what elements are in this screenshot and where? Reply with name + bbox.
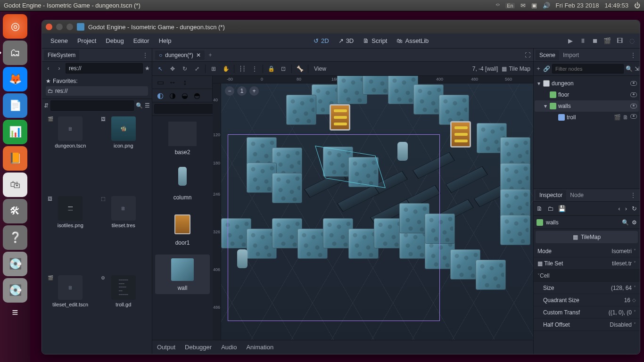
launcher-dash[interactable]: ◎ [3,14,27,39]
tile-item[interactable]: column [155,164,210,204]
property-row[interactable]: Quadrant Size16◇ [534,294,640,306]
rotate-tool-icon[interactable]: ↻ [180,64,190,74]
property-row[interactable]: ▦ Tile Settileset.tr˅ [534,257,640,270]
menu-debug[interactable]: Debug [101,37,128,44]
bottom-audio-tab[interactable]: Audio [221,344,237,351]
launcher-firefox[interactable]: 🦊 [3,67,27,91]
window-max-button[interactable] [66,24,73,30]
flip-h-icon[interactable]: ↔ [167,77,178,88]
language-indicator[interactable]: En [505,3,514,8]
launcher-drive-2[interactable]: 💽 [3,278,27,303]
group-icon[interactable]: ⊡ [278,64,289,74]
close-tab-icon[interactable]: ✕ [196,52,201,58]
property-row[interactable]: Half OffsetDisabled˅ [534,319,640,331]
add-node-button[interactable]: ＋ [536,65,541,73]
bottom-debugger-tab[interactable]: Debugger [185,344,212,351]
launcher-settings[interactable]: 🛠 [3,199,27,223]
workspace-assetlib-button[interactable]: 🛍AssetLib [392,35,433,46]
volume-icon[interactable]: 🔊 [543,2,550,9]
launcher-impress[interactable]: 📙 [3,146,27,171]
rotate-left-icon[interactable]: ◐ [155,90,165,101]
file-item[interactable]: ⚙━━━━━━━━━━━━━━━━━━━troll.gd [98,273,149,351]
collapse-icon[interactable]: ⇲ [635,66,639,72]
search-icon[interactable]: 🔍 [136,102,143,109]
lock-icon[interactable]: 🔒 [266,64,276,74]
window-close-button[interactable] [46,24,52,30]
filesystem-tab[interactable]: FileSystem [44,50,79,60]
fs-forward-button[interactable]: › [55,65,64,72]
fs-root-item[interactable]: 🗀res:// [46,86,148,96]
property-row[interactable]: Custom Transf((1, 0), (0˅ [534,306,640,319]
search-icon[interactable]: 🔍 [626,66,633,72]
tree-node-troll[interactable]: troll🎬🗎 [535,112,639,123]
mail-icon[interactable]: ✉ [520,2,526,9]
tree-node-floor[interactable]: floor [535,89,639,100]
fs-search-input[interactable] [50,100,134,111]
scene-dock-tab[interactable]: Scene [536,50,559,60]
distraction-free-icon[interactable]: ⛶ [525,52,530,58]
snap-options-icon[interactable]: ⋮ [249,64,260,74]
fs-path-input[interactable] [66,63,143,74]
visibility-icon[interactable] [630,92,637,97]
play-scene-button[interactable]: 🎬 [603,37,611,44]
property-row[interactable]: Size(128, 64˅ [534,282,640,294]
move-tool-icon[interactable]: ✥ [167,64,178,74]
launcher-files[interactable]: 🗂 [3,41,27,65]
select-tool-icon[interactable]: ↖ [155,64,165,74]
add-tab-button[interactable]: ＋ [207,51,213,59]
wifi-icon[interactable]: ⌔ [496,2,500,9]
tree-node-walls[interactable]: ▾walls [535,100,639,112]
tilemap-menu[interactable]: ▦Tile Map [502,66,530,72]
launcher-overflow[interactable]: ≡ [3,304,27,321]
import-dock-tab[interactable]: Import [559,50,583,60]
time-label[interactable]: 14:49:53 [604,2,628,9]
history-icon[interactable]: ↻ [632,205,637,212]
scene-dock-options-icon[interactable]: ⋮ [628,52,638,58]
window-min-button[interactable] [56,24,63,30]
menu-project[interactable]: Project [73,37,101,44]
property-section-cell[interactable]: ˅Cell [534,270,640,282]
new-resource-icon[interactable]: 🗎 [537,205,543,212]
menu-scene[interactable]: Scene [46,37,73,44]
visibility-icon[interactable] [630,81,637,86]
tile-item[interactable]: base2 [155,119,210,158]
launcher-software[interactable]: 🛍 [3,173,27,197]
tree-node-root[interactable]: ▾dungeon [535,78,639,89]
file-item[interactable]: 🎬🗎dungeon.tscn [45,115,96,192]
inspector-tab[interactable]: Inspector [536,190,566,200]
save-resource-icon[interactable]: 💾 [558,205,566,212]
scene-link-icon[interactable]: 🎬 [614,114,621,121]
history-forward-icon[interactable]: › [625,205,627,212]
tile-item[interactable]: door1 [155,209,210,249]
bone-icon[interactable]: 🦴 [295,64,305,74]
play-custom-button[interactable]: 🎞 [615,37,624,44]
workspace-2d-button[interactable]: ↺2D [309,35,334,46]
play-button[interactable]: ▶ [566,37,575,44]
property-row[interactable]: ModeIsometri˅ [534,245,640,257]
2d-viewport[interactable]: -80080160240320400480560 401201802463264… [213,76,533,340]
instance-scene-button[interactable]: 🔗 [543,66,550,72]
tile-item-selected[interactable]: wall [155,255,210,294]
pan-tool-icon[interactable]: ✋ [221,64,231,74]
session-icon[interactable]: ⏻ [634,2,640,9]
pause-button[interactable]: ⏸ [578,37,587,44]
date-label[interactable]: Fri Feb 23 2018 [556,2,599,9]
scene-tab[interactable]: ○ dungeon(*) ✕ [155,50,205,60]
scale-tool-icon[interactable]: ⤢ [192,64,202,74]
launcher-help[interactable]: ❔ [3,225,27,250]
object-options-icon[interactable]: ⚙ [632,219,637,226]
launcher-writer[interactable]: 📄 [3,93,27,118]
ruler-icon[interactable]: ┆┆ [237,64,248,74]
visibility-icon[interactable] [630,104,637,108]
list-select-icon[interactable]: ⊞ [208,64,219,74]
stop-button[interactable]: ⏹ [591,37,599,44]
workspace-3d-button[interactable]: ↗3D [334,35,359,46]
history-back-icon[interactable]: ‹ [618,205,620,212]
file-item[interactable]: 🖼▪▪▪▪▫▫▫▫isotiles.png [45,194,96,272]
load-resource-icon[interactable]: 🗀 [547,205,553,212]
file-item[interactable]: 🖼🧌icon.png [98,115,149,192]
filter-nodes-input[interactable] [552,64,624,74]
file-item[interactable]: 🎬🗎tileset_edit.tscn [45,273,96,351]
flip-v-icon[interactable]: ↕ [180,77,190,88]
fs-tree-toggle-icon[interactable]: ⇵ [44,102,49,109]
